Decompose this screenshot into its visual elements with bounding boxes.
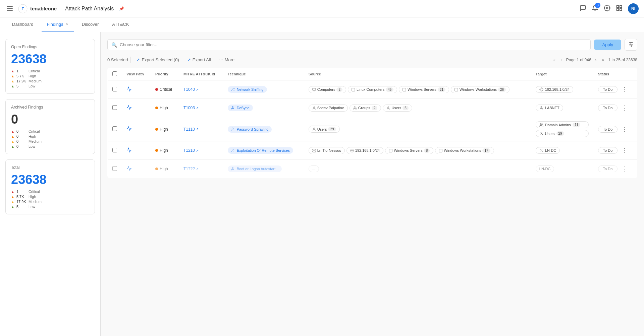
row3-target: Domain Admins 11 Users 29 [531,117,593,141]
table-row: High T1??? ↗ Boot or Logon Autostart... [108,160,637,178]
row1-action-menu[interactable]: ⋮ [620,84,629,94]
row4-target: LN-DC [531,141,593,160]
row1-mitre-link[interactable]: T1040 ↗ [183,87,218,92]
row1-target-badge: 192.168.1.0/24 [536,86,573,93]
row3-target-users: Users 29 [536,130,589,137]
apply-button[interactable]: Apply [594,40,621,50]
total-medium-icon: ▲ [11,200,14,204]
total-critical-label: Critical [29,190,40,194]
row3-source: Users 29 [304,117,531,141]
row5-action-menu[interactable]: ⋮ [620,164,629,174]
open-medium-row: ▲ 17.9K Medium [11,79,89,83]
tab-findings[interactable]: Findings ✎ [42,18,74,31]
table-header-row: View Path Priority MITRE ATT&CK Id Techn… [108,68,637,80]
row5-target-badge: LN-DC [536,165,554,172]
filter-input[interactable] [107,39,591,50]
row3-mitre-link[interactable]: T1110 ↗ [183,127,218,132]
select-all-checkbox[interactable] [112,71,117,76]
row2-action-menu[interactable]: ⋮ [620,103,629,113]
row4-technique-label: Exploitation Of Remote Services [237,148,290,152]
page-prev-button[interactable]: ‹ [559,57,564,63]
view-path-icon[interactable] [126,87,132,93]
row1-technique-badge: Network Sniffing [228,86,267,93]
tab-discover[interactable]: Discover [76,18,104,31]
open-findings-card: Open Findings 23638 ▲ 1 Critical ▲ 5.7K … [5,39,95,94]
row3-checkbox[interactable] [112,126,117,131]
row1-external-icon: ↗ [196,88,199,91]
hamburger-menu[interactable] [5,5,14,12]
findings-edit-icon[interactable]: ✎ [65,22,68,26]
row1-source-computers: Computers 2 [309,86,346,93]
grid-icon-button[interactable] [616,5,623,13]
app-title: Attack Path Analysis [65,6,114,12]
row1-checkbox[interactable] [112,87,117,91]
row1-linux-count: 45 [386,87,393,92]
tab-attck[interactable]: ATT&CK [107,18,134,31]
filter-settings-button[interactable] [625,39,637,51]
row2-checkbox[interactable] [112,105,117,110]
row4-target-badge: LN-DC [536,147,560,154]
row2-view-path-icon[interactable] [126,106,132,111]
notification-icon-button[interactable]: 3 [592,5,598,13]
row5-technique: Boot or Logon Autostart... [223,160,304,178]
row4-status-badge: To Do [598,147,618,154]
row5-checkbox[interactable] [112,166,117,171]
row3-view-path-icon[interactable] [126,127,132,132]
server-icon [312,149,316,152]
export-selected-button[interactable]: ↗ Export Selected (0) [133,56,181,64]
row3-technique-badge: Password Spraying [228,126,272,133]
svg-point-23 [540,88,543,91]
content-area: 🔍 Apply 0 Selected ↗ Export [101,32,644,336]
open-findings-count: 23638 [11,52,89,66]
row2-technique-label: DcSync [237,106,250,110]
row5-view-path-icon[interactable] [126,167,132,172]
row2-source-user: Sheev Palpatine [309,105,348,112]
row1-status-cell: To Do ⋮ [593,80,637,99]
archived-medium-count: 0 [16,139,26,143]
page-first-button[interactable]: « [552,57,557,63]
row5-priority-dot [155,167,158,170]
row2-source: Sheev Palpatine Groups 2 Users 5 [304,99,531,117]
row4-view-path-icon[interactable] [126,148,132,154]
total-high-label: High [29,195,36,199]
row4-action-menu[interactable]: ⋮ [620,145,629,155]
more-button[interactable]: ⋯ More [216,56,237,64]
row2-view-path [122,99,151,117]
windows-icon [389,149,392,152]
row4-mitre-link[interactable]: T1210 ↗ [183,148,218,153]
chat-icon-button[interactable] [580,5,586,13]
row5-mitre: T1??? ↗ [179,160,223,178]
tab-navigation: Dashboard Findings ✎ Discover ATT&CK [0,17,644,32]
archived-medium-row: ▲ 0 Medium [11,139,89,143]
col-view-path: View Path [122,68,151,80]
svg-point-37 [541,132,542,133]
row2-mitre-link[interactable]: T1003 ↗ [183,106,218,110]
settings-icon-button[interactable] [604,5,610,13]
tab-dashboard[interactable]: Dashboard [7,18,39,31]
windows-server-icon [402,88,406,91]
row4-checkbox[interactable] [112,148,117,152]
notification-badge: 3 [595,3,600,8]
page-info: Page 1 of 946 [566,58,591,62]
row3-action-menu[interactable]: ⋮ [620,124,629,134]
user-avatar[interactable]: NI [628,3,639,14]
svg-point-9 [631,42,632,43]
row5-view-path [122,160,151,178]
technique-icon [231,148,235,152]
row2-source-groups: Groups 2 [350,105,381,112]
page-last-button[interactable]: » [601,57,606,63]
row5-mitre-link[interactable]: T1??? ↗ [183,166,218,171]
technique-icon [231,87,235,91]
export-all-button[interactable]: ↗ Export All [184,56,214,64]
total-medium-label: Medium [29,200,42,204]
domain-admins-icon [539,123,543,127]
svg-rect-45 [389,149,392,152]
row3-priority-label: High [160,127,168,132]
page-next-button[interactable]: › [594,57,598,63]
pin-icon[interactable]: 📌 [119,6,124,11]
archived-critical-row: ▲ 0 Critical [11,129,89,133]
row2-status-cell: To Do ⋮ [593,99,637,117]
high-icon: ▲ [11,74,14,78]
row2-groups-count: 2 [372,106,378,110]
col-source: Source [304,68,531,80]
